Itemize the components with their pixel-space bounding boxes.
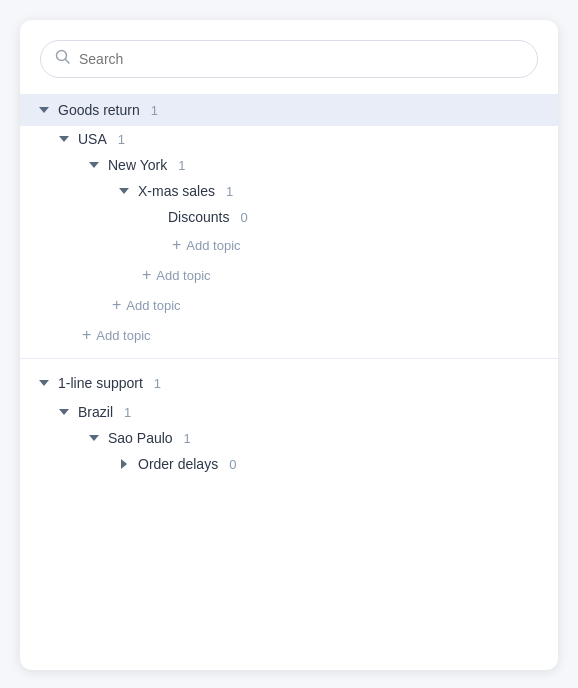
usa-label: USA <box>78 131 107 147</box>
goods-return-count: 1 <box>151 103 158 118</box>
xmas-sales-label: X-mas sales <box>138 183 215 199</box>
order-delays-count: 0 <box>229 457 236 472</box>
order-delays-label: Order delays <box>138 456 218 472</box>
1-line-support-count: 1 <box>154 376 161 391</box>
chevron-down-icon <box>36 375 52 391</box>
add-topic-button-level2[interactable]: + Add topic <box>78 325 155 345</box>
chevron-down-icon <box>116 183 132 199</box>
add-topic-row-level5: + Add topic <box>20 230 558 260</box>
sao-paulo-row[interactable]: Sao Paulo 1 <box>20 425 558 451</box>
usa-count: 1 <box>118 132 125 147</box>
order-delays-row[interactable]: Order delays 0 <box>20 451 558 477</box>
usa-row[interactable]: USA 1 <box>20 126 558 152</box>
add-topic-row-level3: + Add topic <box>20 290 558 320</box>
goods-return-label: Goods return <box>58 102 140 118</box>
plus-icon: + <box>172 237 181 253</box>
sao-paulo-count: 1 <box>184 431 191 446</box>
add-topic-button-level3[interactable]: + Add topic <box>108 295 185 315</box>
tree-section: Goods return 1 USA 1 New York 1 X-m <box>20 94 558 477</box>
1-line-support-label: 1-line support <box>58 375 143 391</box>
brazil-row[interactable]: Brazil 1 <box>20 399 558 425</box>
search-input[interactable] <box>79 51 523 67</box>
chevron-down-icon <box>56 404 72 420</box>
discounts-row[interactable]: Discounts 0 <box>20 204 558 230</box>
search-wrapper <box>20 40 558 94</box>
section-divider <box>20 358 558 359</box>
xmas-sales-count: 1 <box>226 184 233 199</box>
chevron-down-icon <box>86 430 102 446</box>
discounts-label: Discounts <box>168 209 229 225</box>
add-topic-label-level4: Add topic <box>156 268 210 283</box>
main-container: Goods return 1 USA 1 New York 1 X-m <box>20 20 558 670</box>
plus-icon: + <box>82 327 91 343</box>
add-topic-row-level2: + Add topic <box>20 320 558 350</box>
svg-line-1 <box>66 60 70 64</box>
add-topic-button-level5[interactable]: + Add topic <box>168 235 245 255</box>
add-topic-label-level2: Add topic <box>96 328 150 343</box>
brazil-count: 1 <box>124 405 131 420</box>
add-topic-row-level4: + Add topic <box>20 260 558 290</box>
chevron-down-icon <box>86 157 102 173</box>
search-icon <box>55 49 71 69</box>
brazil-label: Brazil <box>78 404 113 420</box>
new-york-label: New York <box>108 157 167 173</box>
plus-icon: + <box>112 297 121 313</box>
add-topic-label-level3: Add topic <box>126 298 180 313</box>
chevron-right-icon <box>116 456 132 472</box>
xmas-sales-row[interactable]: X-mas sales 1 <box>20 178 558 204</box>
discounts-count: 0 <box>240 210 247 225</box>
new-york-row[interactable]: New York 1 <box>20 152 558 178</box>
new-york-count: 1 <box>178 158 185 173</box>
sao-paulo-label: Sao Paulo <box>108 430 173 446</box>
chevron-down-icon <box>56 131 72 147</box>
search-box <box>40 40 538 78</box>
chevron-down-icon <box>36 102 52 118</box>
1-line-support-row[interactable]: 1-line support 1 <box>20 367 558 399</box>
goods-return-row[interactable]: Goods return 1 <box>20 94 558 126</box>
add-topic-button-level4[interactable]: + Add topic <box>138 265 215 285</box>
plus-icon: + <box>142 267 151 283</box>
add-topic-label-level5: Add topic <box>186 238 240 253</box>
